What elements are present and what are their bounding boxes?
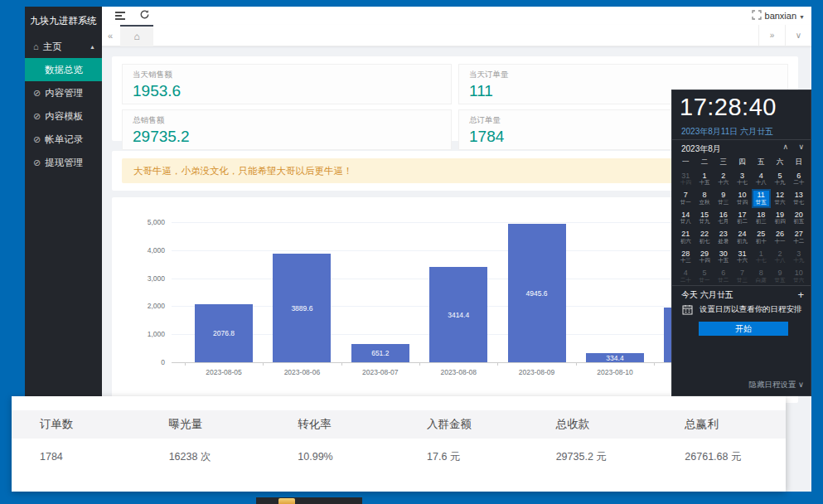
- calendar-day[interactable]: 13廿七: [789, 189, 808, 209]
- day-lunar-label: 初十: [756, 239, 767, 245]
- calendar-day[interactable]: 21初六: [676, 228, 695, 248]
- calendar-day[interactable]: 6二十: [789, 169, 808, 189]
- calendar-day[interactable]: 26十一: [771, 228, 790, 248]
- day-lunar-label: 十一: [774, 239, 785, 245]
- calendar-day[interactable]: 28十三: [676, 247, 695, 267]
- day-lunar-label: 廿五: [756, 200, 767, 206]
- calendar-day[interactable]: 27十二: [789, 228, 808, 248]
- calendar-day[interactable]: 3十九: [789, 247, 808, 267]
- refresh-icon[interactable]: [139, 9, 152, 21]
- day-lunar-label: 十九: [793, 258, 804, 264]
- calendar-day[interactable]: 2十八: [771, 247, 790, 267]
- tabs-scroll-right-icon[interactable]: »: [758, 25, 785, 46]
- calendar-day[interactable]: 18初三: [752, 208, 771, 228]
- tabs-scroll-left-icon[interactable]: «: [108, 25, 113, 46]
- calendar-day[interactable]: 8白露: [752, 267, 771, 287]
- taskbar-fragment[interactable]: [256, 497, 362, 504]
- stat-label: 当天订单量: [469, 70, 777, 80]
- table-value-cell: 1784: [12, 439, 141, 475]
- calendar-day[interactable]: 31十六: [733, 247, 752, 267]
- x-axis-tick: [263, 362, 264, 366]
- day-lunar-label: 廿六: [793, 278, 804, 284]
- calendar-day[interactable]: 23处暑: [714, 228, 733, 248]
- sidebar-home-label: 主页: [43, 41, 62, 53]
- bar-value-label: 4945.6: [508, 289, 566, 298]
- calendar-next-icon[interactable]: ∨: [798, 143, 804, 151]
- calendar-day[interactable]: 17初二: [733, 208, 752, 228]
- day-lunar-label: 初七: [700, 239, 710, 245]
- folder-icon: [278, 498, 295, 504]
- calendar-day[interactable]: 24初九: [733, 228, 752, 248]
- tabs-menu-icon[interactable]: ∨: [785, 25, 811, 46]
- calendar-day[interactable]: 29十四: [695, 247, 714, 267]
- fullscreen-icon[interactable]: [752, 10, 765, 22]
- calendar-day[interactable]: 6廿二: [714, 267, 733, 287]
- caret-up-icon: ▲: [90, 44, 95, 50]
- calendar-day[interactable]: 4二十: [676, 267, 695, 287]
- weekday-label: 二: [695, 158, 714, 167]
- start-button[interactable]: 开始: [699, 322, 788, 336]
- table-header-cell: 总收款: [528, 410, 657, 439]
- add-event-button[interactable]: +: [797, 288, 804, 301]
- day-lunar-label: 十五: [700, 180, 710, 186]
- sidebar-item-提现管理[interactable]: ⊘提现管理: [25, 151, 102, 174]
- calendar-day[interactable]: 31十四: [676, 169, 695, 189]
- calendar-day[interactable]: 2十六: [714, 169, 733, 189]
- stat-card: 当天销售额1953.6: [122, 64, 452, 104]
- calendar-day[interactable]: 16七月: [714, 208, 733, 228]
- sidebar-item-帐单记录[interactable]: ⊘帐单记录: [25, 128, 102, 151]
- day-lunar-label: 廿五: [774, 278, 785, 284]
- calendar-month-label[interactable]: 2023年8月: [681, 143, 721, 155]
- weekday-label: 日: [789, 158, 808, 167]
- calendar-day[interactable]: 30十五: [714, 247, 733, 267]
- tab-bar: « ⌂ » ∨: [102, 25, 811, 46]
- collapse-menu-icon[interactable]: [115, 10, 128, 22]
- calendar-day[interactable]: 3十七: [733, 169, 752, 189]
- calendar-day[interactable]: 5廿一: [695, 267, 714, 287]
- bar-value-label: 3414.4: [429, 311, 487, 319]
- calendar-day[interactable]: 19初四: [771, 208, 790, 228]
- day-lunar-label: 初九: [737, 239, 748, 245]
- calendar-day[interactable]: 20初五: [789, 208, 808, 228]
- sidebar-item-label: 帐单记录: [45, 133, 83, 146]
- calendar-day[interactable]: 15廿九: [695, 208, 714, 228]
- day-lunar-label: 十七: [756, 258, 767, 264]
- calendar-day[interactable]: 9廿三: [714, 189, 733, 209]
- calendar-day[interactable]: 1十七: [752, 247, 771, 267]
- calendar-day[interactable]: 7廿三: [733, 267, 752, 287]
- sidebar-item-内容管理[interactable]: ⊘内容管理: [25, 81, 102, 104]
- calendar-day-selected[interactable]: 11廿五: [752, 189, 771, 209]
- hide-agenda-toggle[interactable]: 隐藏日程设置 ∨: [748, 380, 804, 390]
- calendar-day[interactable]: 22初七: [695, 228, 714, 248]
- calendar-day[interactable]: 1十五: [695, 169, 714, 189]
- table-header-row: 订单数曝光量转化率入群金额总收款总赢利: [12, 410, 786, 439]
- calendar-day[interactable]: 14廿八: [676, 208, 695, 228]
- sidebar-item-label: 提现管理: [45, 157, 83, 169]
- tab-home[interactable]: ⌂: [120, 25, 153, 46]
- calendar-day[interactable]: 8立秋: [695, 189, 714, 209]
- table-value-row: 178416238 次10.99%17.6 元29735.2 元26761.68…: [12, 439, 786, 475]
- calendar-day[interactable]: 9廿五: [771, 267, 790, 287]
- x-axis-category-label: 2023-08-08: [419, 368, 497, 376]
- table-header-cell: 总赢利: [656, 410, 786, 439]
- y-axis-tick-label: 2,000: [128, 302, 165, 310]
- day-lunar-label: 廿一: [700, 278, 710, 284]
- sidebar-item-label: 内容管理: [45, 87, 83, 99]
- stat-value: 1953.6: [133, 82, 441, 100]
- day-lunar-label: 十四: [680, 180, 691, 186]
- calendar-day[interactable]: 10廿四: [733, 189, 752, 209]
- calendar-prev-icon[interactable]: ∧: [782, 143, 788, 151]
- calendar-day[interactable]: 5十九: [771, 169, 790, 189]
- day-lunar-label: 白露: [756, 278, 767, 284]
- calendar-day[interactable]: 4十八: [752, 169, 771, 189]
- sidebar-item-home[interactable]: ⌂ 主页 ▲: [25, 35, 102, 58]
- sidebar-item-内容模板[interactable]: ⊘内容模板: [25, 104, 102, 128]
- calendar-day[interactable]: 10廿六: [789, 267, 808, 287]
- calendar-day[interactable]: 7廿一: [676, 189, 695, 209]
- user-dropdown[interactable]: banxian▼: [765, 7, 805, 25]
- calendar-day[interactable]: 25初十: [752, 228, 771, 248]
- sidebar-item-data-overview[interactable]: 数据总览: [25, 58, 102, 81]
- calendar-day[interactable]: 12廿六: [771, 189, 790, 209]
- stat-label: 总销售额: [133, 115, 441, 126]
- day-lunar-label: 十九: [774, 180, 785, 186]
